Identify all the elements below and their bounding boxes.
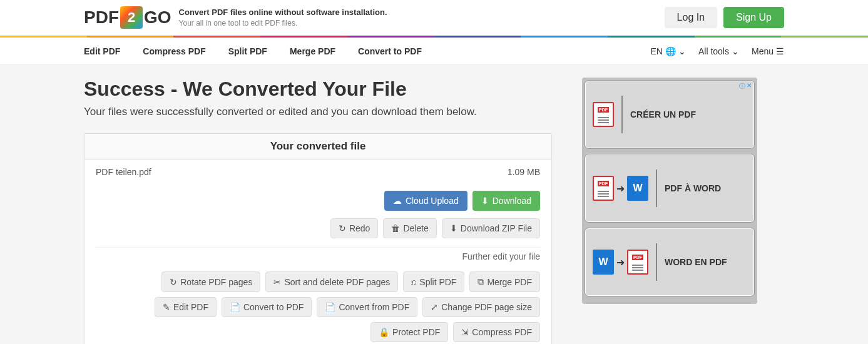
rotate-icon: ↻	[170, 277, 177, 287]
word-icon	[627, 176, 648, 201]
convert-from-pdf-button[interactable]: 📄Convert from PDF	[317, 297, 417, 317]
logo-2-icon: 2	[120, 6, 143, 29]
split-icon: ⎌	[411, 277, 416, 287]
container: Success - We Converted Your File Your fi…	[0, 65, 868, 344]
logo[interactable]: PDF 2 GO Convert PDF files online withou…	[84, 6, 387, 29]
logo-go: GO	[144, 8, 171, 28]
ad-info-icon[interactable]: ⓘ✕	[739, 82, 752, 91]
file-icon: 📄	[325, 302, 335, 312]
menu-toggle[interactable]: Menu ☰	[752, 46, 784, 56]
redo-button[interactable]: ↻ Redo	[330, 218, 378, 238]
pdf-icon	[593, 176, 614, 201]
redo-icon: ↻	[339, 223, 346, 233]
ad-card[interactable]: ⓘ✕ CRÉER UN PDF	[585, 80, 755, 149]
word-icon	[593, 250, 614, 275]
trash-icon: 🗑	[391, 223, 400, 233]
file-card: Your converted file PDF teilen.pdf 1.09 …	[84, 133, 552, 344]
compress-pdf-button[interactable]: ⇲Compress PDF	[453, 322, 540, 342]
nav-compress-pdf[interactable]: Compress PDF	[143, 39, 205, 64]
tagline-sub: Your all in one tool to edit PDF files.	[179, 18, 387, 29]
ad-icons: ➜	[593, 169, 657, 207]
file-name: PDF teilen.pdf	[96, 167, 508, 177]
hamburger-icon: ☰	[776, 46, 784, 56]
primary-actions: ☁ Cloud Upload ⬇ Download	[84, 185, 551, 215]
scissors-icon: ✂	[273, 277, 281, 287]
file-row: PDF teilen.pdf 1.09 MB	[84, 159, 551, 185]
nav-split-pdf[interactable]: Split PDF	[228, 39, 267, 64]
signup-button[interactable]: Sign Up	[723, 7, 784, 28]
nav-right: EN 🌐 ⌄ All tools ⌄ Menu ☰	[650, 46, 784, 56]
nav-links: Edit PDF Compress PDF Split PDF Merge PD…	[84, 39, 422, 64]
ad-text: WORD EN PDF	[665, 257, 727, 267]
file-icon: 📄	[230, 302, 240, 312]
nav-edit-pdf[interactable]: Edit PDF	[84, 39, 120, 64]
protect-pdf-button[interactable]: 🔒Protect PDF	[370, 322, 448, 342]
lang-selector[interactable]: EN 🌐 ⌄	[650, 46, 685, 56]
main-content: Success - We Converted Your File Your fi…	[84, 78, 552, 344]
sort-delete-button[interactable]: ✂Sort and delete PDF pages	[265, 271, 398, 292]
lock-icon: 🔒	[379, 327, 389, 337]
merge-icon: ⧉	[477, 276, 484, 287]
logo-image: PDF 2 GO	[84, 6, 171, 29]
split-pdf-button[interactable]: ⎌Split PDF	[403, 271, 464, 292]
header: PDF 2 GO Convert PDF files online withou…	[0, 0, 868, 36]
download-zip-label: Download ZIP File	[461, 223, 532, 233]
convert-to-pdf-button[interactable]: 📄Convert to PDF	[222, 297, 312, 317]
header-actions: Log In Sign Up	[665, 7, 784, 28]
ad-card[interactable]: ➜ PDF À WORD	[585, 154, 755, 223]
further-edit-label: Further edit your file	[96, 247, 540, 265]
tagline: Convert PDF files online without softwar…	[179, 7, 387, 29]
sidebar-ads: ⓘ✕ CRÉER UN PDF ➜ PDF À WORD ➜ WORD EN P…	[582, 78, 757, 304]
delete-button[interactable]: 🗑 Delete	[383, 218, 436, 238]
download-icon: ⬇	[450, 223, 457, 233]
pdf-icon	[593, 102, 614, 127]
card-header: Your converted file	[84, 134, 551, 159]
page-title: Success - We Converted Your File	[84, 78, 552, 101]
delete-label: Delete	[403, 223, 428, 233]
login-button[interactable]: Log In	[665, 7, 717, 28]
secondary-actions: ↻ Redo 🗑 Delete ⬇ Download ZIP File	[84, 215, 551, 247]
pdf-icon	[627, 250, 648, 275]
globe-icon: 🌐	[665, 46, 676, 56]
edit-pdf-button[interactable]: ✎Edit PDF	[155, 297, 217, 317]
ad-text: PDF À WORD	[665, 183, 721, 193]
file-size: 1.09 MB	[508, 167, 540, 177]
merge-pdf-button[interactable]: ⧉Merge PDF	[469, 271, 540, 292]
change-size-button[interactable]: ⤢Change PDF page size	[422, 297, 540, 317]
lang-label: EN	[650, 46, 662, 56]
logo-pdf: PDF	[84, 8, 119, 28]
nav-bar: Edit PDF Compress PDF Split PDF Merge PD…	[0, 38, 868, 65]
ad-icons	[593, 96, 623, 133]
tool-grid: ↻Rotate PDF pages ✂Sort and delete PDF p…	[84, 265, 551, 344]
chevron-down-icon: ⌄	[732, 46, 739, 56]
ad-text: CRÉER UN PDF	[630, 109, 696, 119]
page-subtitle: Your files were successfully converted o…	[84, 106, 552, 118]
ad-card[interactable]: ➜ WORD EN PDF	[585, 228, 755, 296]
cloud-upload-label: Cloud Upload	[406, 196, 459, 206]
redo-label: Redo	[349, 223, 370, 233]
download-icon: ⬇	[481, 196, 489, 206]
download-button[interactable]: ⬇ Download	[472, 191, 540, 211]
edit-icon: ✎	[163, 302, 170, 312]
nav-merge-pdf[interactable]: Merge PDF	[290, 39, 335, 64]
download-zip-button[interactable]: ⬇ Download ZIP File	[442, 218, 540, 238]
arrow-icon: ➜	[616, 183, 625, 195]
rainbow-bar	[0, 36, 868, 38]
nav-convert-to-pdf[interactable]: Convert to PDF	[358, 39, 422, 64]
chevron-down-icon: ⌄	[678, 46, 686, 56]
download-label: Download	[493, 196, 531, 206]
rotate-pdf-button[interactable]: ↻Rotate PDF pages	[161, 271, 260, 292]
menu-label: Menu	[752, 46, 774, 56]
resize-icon: ⤢	[431, 302, 438, 312]
tagline-main: Convert PDF files online without softwar…	[179, 7, 387, 18]
compress-icon: ⇲	[461, 327, 469, 337]
all-tools-dropdown[interactable]: All tools ⌄	[698, 46, 739, 56]
ad-icons: ➜	[593, 243, 657, 281]
cloud-icon: ☁	[393, 196, 402, 206]
arrow-icon: ➜	[616, 256, 625, 268]
cloud-upload-button[interactable]: ☁ Cloud Upload	[384, 191, 467, 211]
alltools-label: All tools	[698, 46, 729, 56]
